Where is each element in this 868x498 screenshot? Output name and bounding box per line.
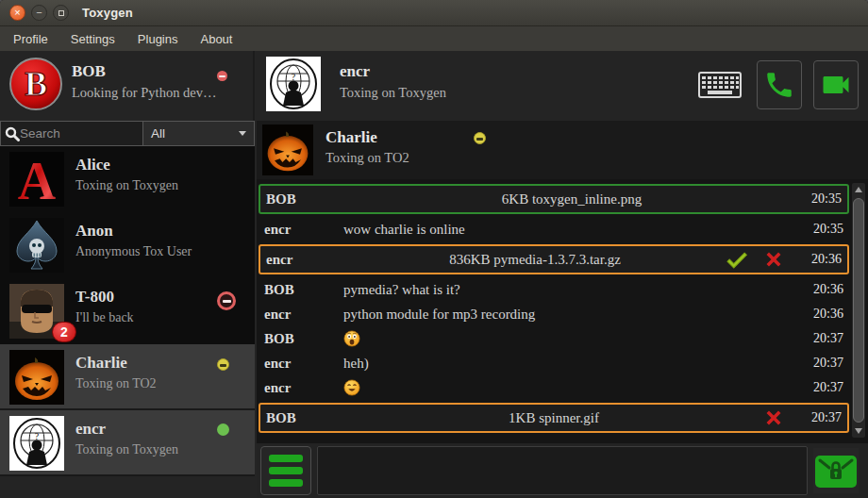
video-camera-icon [819,68,853,102]
contact-name: Alice [75,156,110,174]
away-status-icon [474,132,486,144]
message-list: BOB 6KB toxygen_inline.png 20:35 encr wo… [259,181,849,441]
menu-plugins[interactable]: Plugins [128,29,188,49]
maximize-button[interactable] [53,5,69,21]
message-row: encr python module for mp3 recording 20:… [259,302,849,326]
close-button[interactable]: × [9,5,25,21]
message-time: 20:36 [800,282,843,297]
svg-text:A: A [18,152,57,207]
message-compose-bar [257,443,868,498]
chat-scrollbar[interactable] [852,183,865,438]
smiling-face-emoji [343,379,360,396]
message-row: encr 20:37 [259,375,849,400]
svg-text:?: ? [292,72,296,82]
message-row: BOB 20:37 [259,326,849,351]
message-time: 20:37 [798,410,842,425]
contact-item-alice[interactable]: A Alice Toxing on Toxygen [0,146,255,212]
self-name: BOB [72,62,106,81]
titlebar: × − Toxygen [0,0,868,26]
file-name: 836KB pymedia-1.3.7.3.tar.gz [345,252,725,268]
menubar: Profile Settings Plugins About [0,26,868,51]
chevron-down-icon [239,131,246,136]
busy-status-icon [217,291,236,310]
contact-avatar-charlie [9,350,64,405]
filter-row: All [0,121,255,146]
message-author: BOB [264,282,343,298]
contact-name: Charlie [75,354,127,373]
decline-file-icon[interactable] [762,248,785,271]
message-time: 20:36 [798,252,842,267]
file-name: 6KB toxygen_inline.png [345,191,798,208]
busy-status-icon [217,71,227,81]
cancel-file-icon[interactable] [762,407,785,429]
message-emoji [343,379,800,397]
message-text: heh) [343,356,800,372]
menu-about[interactable]: About [191,29,242,49]
chat-menu-button[interactable] [260,446,311,495]
svg-text:?: ? [35,431,40,441]
header-row: B BOB Looking for Python dev… ? encr Tox… [0,51,868,121]
scroll-down-arrow[interactable] [852,424,865,438]
message-time: 20:37 [800,380,843,395]
friend-name: encr [340,62,370,81]
file-transfer-row: BOB 6KB toxygen_inline.png 20:35 [259,184,849,214]
self-avatar: B [8,57,63,111]
message-author: encr [264,222,343,238]
video-call-button[interactable] [813,60,859,109]
hamburger-icon [269,455,303,462]
minimize-button[interactable]: − [31,5,47,21]
keyboard-icon[interactable] [698,72,742,98]
message-emoji [343,330,800,348]
message-author: BOB [264,331,343,347]
menu-profile[interactable]: Profile [4,29,58,49]
friend-header: ? encr Toxing on Toxygen [255,51,868,121]
friend-status-message: Toxing on Toxygen [340,85,446,101]
away-status-icon [217,358,229,371]
self-profile[interactable]: B BOB Looking for Python dev… [0,51,255,121]
file-transfer-row: encr 836KB pymedia-1.3.7.3.tar.gz 20:36 [259,244,849,274]
message-row: encr wow charlie is online 20:35 [259,217,849,241]
message-author: encr [264,356,343,372]
scroll-up-arrow[interactable] [852,183,865,196]
contact-status-message: Toxing on Toxygen [75,178,178,193]
scrollbar-thumb[interactable] [853,198,864,423]
friend-avatar: ? [266,57,321,111]
self-status-message: Looking for Python dev… [72,85,216,101]
message-author: encr [264,307,343,323]
contact-name: T-800 [75,288,114,307]
filter-selected-value: All [151,126,165,141]
message-time: 20:37 [800,331,843,346]
contact-item-charlie[interactable]: Charlie Toxing on TO2 [0,344,255,410]
chat-friend-name: Charlie [326,128,377,147]
message-time: 20:35 [800,222,843,237]
message-time: 20:36 [800,307,843,322]
audio-call-button[interactable] [757,60,802,109]
contact-filter-dropdown[interactable]: All [143,121,255,146]
message-row: BOB pymedia? what is it? 20:36 [259,277,849,302]
message-row: encr heh) 20:37 [259,351,849,375]
toxygen-window: × − Toxygen Profile Settings Plugins Abo… [0,0,868,498]
message-time: 20:37 [800,356,843,371]
chat-panel: Charlie Toxing on TO2 BOB 6KB toxygen_in… [257,121,868,498]
message-input[interactable] [317,446,808,495]
send-button[interactable] [813,448,859,493]
contact-status-message: Toxing on TO2 [75,376,157,391]
message-time: 20:35 [798,191,842,207]
message-author: encr [266,252,345,268]
accept-file-icon[interactable] [725,247,749,272]
contact-status-message: I'll be back [75,310,134,325]
search-box[interactable] [0,121,143,146]
online-status-icon [217,423,229,436]
chat-friend-status-message: Toxing on TO2 [326,150,409,166]
contact-item-encr[interactable]: ? encr Toxing on Toxygen [0,410,255,476]
search-icon [5,126,20,141]
chat-friend-avatar [262,124,313,175]
contact-status-message: Anonymous Tox User [75,244,192,259]
contact-item-t800[interactable]: T-800 I'll be back 2 [0,278,255,344]
contact-item-anon[interactable]: Anon Anonymous Tox User [0,212,255,278]
svg-text:B: B [25,65,47,103]
contact-avatar-encr: ? [9,416,64,471]
search-input[interactable] [20,126,139,141]
shocked-face-emoji [343,330,360,347]
menu-settings[interactable]: Settings [61,29,125,49]
